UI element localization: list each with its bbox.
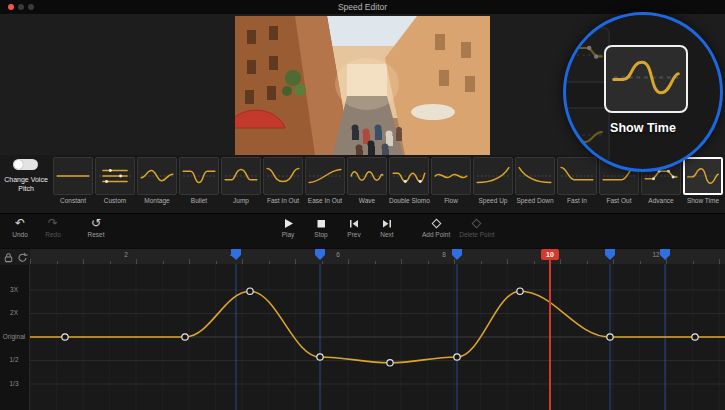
preset-label: Speed Down — [515, 197, 555, 204]
delete-point-button[interactable]: Delete Point — [459, 217, 494, 238]
speed-curve-editor[interactable]: 3X2XOriginal1/21/3 — [0, 264, 725, 410]
sliders — [95, 157, 135, 195]
preset-show-time[interactable]: Show Time — [683, 157, 723, 204]
ruler-tick — [295, 259, 296, 264]
preset-constant[interactable]: Constant — [53, 157, 93, 204]
ruler-tick — [216, 261, 217, 264]
ruler-tick — [269, 261, 270, 264]
ruler-tick — [666, 259, 667, 264]
ruler-tick — [30, 259, 31, 264]
ruler-tick — [348, 259, 349, 264]
reset-button[interactable]: ↺ Reset — [84, 217, 108, 238]
playhead-line[interactable] — [549, 260, 551, 410]
play-icon — [276, 217, 300, 230]
ruler-tick — [136, 259, 137, 264]
magnified-preset-thumbnail — [604, 45, 688, 113]
title-bar: Speed Editor — [0, 0, 725, 14]
ruler-tick — [454, 259, 455, 264]
ruler-tick — [587, 261, 588, 264]
speed-up-curve — [473, 157, 513, 195]
preset-label: Custom — [95, 197, 135, 204]
ruler-tick — [189, 259, 190, 264]
redo-button[interactable]: ↷ Redo — [41, 217, 65, 238]
preset-ease-in-out[interactable]: Ease In Out — [305, 157, 345, 204]
reset-icon: ↺ — [84, 217, 108, 230]
stop-icon — [309, 217, 333, 230]
preset-jump[interactable]: Jump — [221, 157, 261, 204]
magnified-show-time-curve — [608, 49, 684, 110]
voice-pitch-toggle[interactable] — [13, 159, 38, 170]
ruler-tick — [83, 259, 84, 264]
ruler-tick — [481, 261, 482, 264]
speed-scale-label: 1/3 — [0, 380, 28, 387]
ruler-label: 8 — [442, 251, 446, 258]
prev-icon — [342, 217, 366, 230]
ruler-tick — [322, 261, 323, 264]
preset-montage[interactable]: Montage — [137, 157, 177, 204]
ruler-tick — [110, 261, 111, 264]
ruler-tick — [163, 261, 164, 264]
lock-icon[interactable] — [3, 252, 14, 263]
speed-editor-app: Speed Editor — [0, 0, 725, 410]
ruler-label: 2 — [124, 251, 128, 258]
playhead-marker[interactable]: 10 — [541, 249, 559, 260]
bullet-curve — [179, 157, 219, 195]
ruler-tick — [719, 259, 720, 264]
play-button[interactable]: Play — [276, 217, 300, 238]
preset-label: Fast In Out — [263, 197, 303, 204]
preset-label: Fast Out — [599, 197, 639, 204]
magnifier-callout: Show Time — [563, 12, 723, 172]
ruler-corner — [0, 249, 30, 265]
voice-pitch-section: Change Voice Pitch — [0, 155, 52, 213]
preset-double-slomo[interactable]: Double Slomo — [389, 157, 429, 204]
toggle-knob — [14, 160, 23, 169]
ruler-tick — [640, 261, 641, 264]
next-icon — [375, 217, 399, 230]
undo-button[interactable]: ↶ Undo — [8, 217, 32, 238]
speed-down-curve — [515, 157, 555, 195]
preset-fast-in-out[interactable]: Fast In Out — [263, 157, 303, 204]
ease-in-out-curve — [305, 157, 345, 195]
preset-label: Double Slomo — [389, 197, 429, 204]
speed-scale-label: 1/2 — [0, 356, 28, 363]
preset-label: Show Time — [683, 197, 723, 204]
add-point-button[interactable]: Add Point — [422, 217, 450, 238]
preset-fast-in[interactable]: Fast In — [557, 157, 597, 204]
double-slomo-curve — [389, 157, 429, 195]
wave-curve — [347, 157, 387, 195]
refresh-icon[interactable] — [17, 252, 28, 263]
preset-label: Bullet — [179, 197, 219, 204]
speed-scale-label: Original — [0, 333, 28, 340]
preset-label: Fast In — [557, 197, 597, 204]
speed-scale-column: 3X2XOriginal1/21/3 — [0, 264, 30, 410]
preset-speed-down[interactable]: Speed Down — [515, 157, 555, 204]
street-scene-image — [235, 16, 490, 155]
preset-wave[interactable]: Wave — [347, 157, 387, 204]
constant-curve — [53, 157, 93, 195]
preset-flow[interactable]: Flow — [431, 157, 471, 204]
ruler-tick — [507, 259, 508, 264]
preset-bullet[interactable]: Bullet — [179, 157, 219, 204]
preset-speed-up[interactable]: Speed Up — [473, 157, 513, 204]
ruler-tick — [242, 259, 243, 264]
preset-label: Montage — [137, 197, 177, 204]
preset-label: Wave — [347, 197, 387, 204]
toolbar: ↶ Undo ↷ Redo ↺ Reset Play — [0, 213, 725, 248]
delete-point-icon — [459, 217, 494, 230]
speed-scale-label: 3X — [0, 286, 28, 293]
next-frame-button[interactable]: Next — [375, 217, 399, 238]
ruler-tick — [428, 261, 429, 264]
ruler-label: 12 — [652, 251, 659, 258]
undo-icon: ↶ — [8, 217, 32, 230]
ruler-label: 6 — [336, 251, 340, 258]
stop-button[interactable]: Stop — [309, 217, 333, 238]
timeline-ruler[interactable]: 24681012 — [0, 248, 725, 264]
video-preview — [235, 16, 490, 155]
preset-custom[interactable]: Custom — [95, 157, 135, 204]
speed-curve-canvas[interactable] — [0, 264, 725, 410]
redo-icon: ↷ — [41, 217, 65, 230]
fast-in-out-curve — [263, 157, 303, 195]
preset-label: Ease In Out — [305, 197, 345, 204]
fast-in-curve — [557, 157, 597, 195]
prev-frame-button[interactable]: Prev — [342, 217, 366, 238]
